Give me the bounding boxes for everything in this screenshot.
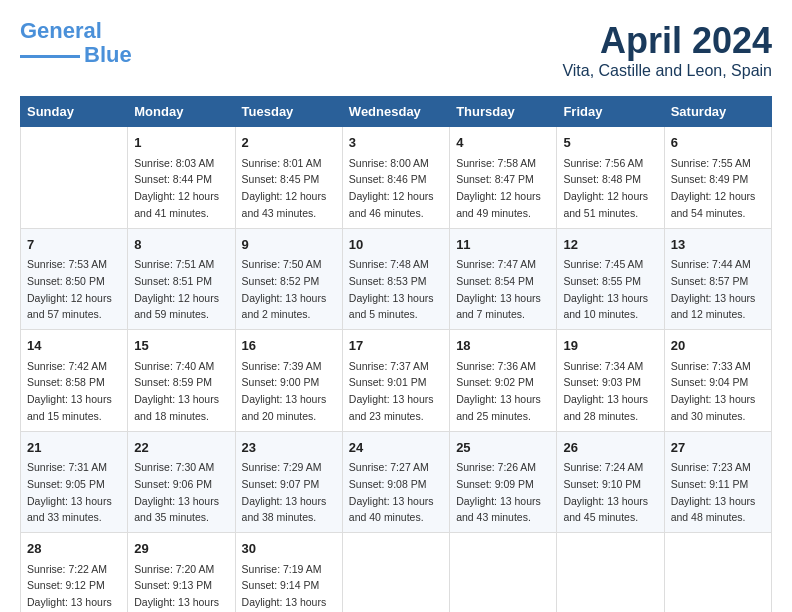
- day-cell: [21, 127, 128, 229]
- day-cell: 2 Sunrise: 8:01 AM Sunset: 8:45 PM Dayli…: [235, 127, 342, 229]
- sunset-text: Sunset: 9:13 PM: [134, 579, 212, 591]
- week-row-5: 28 Sunrise: 7:22 AM Sunset: 9:12 PM Dayl…: [21, 533, 772, 613]
- daylight-text: Daylight: 13 hours and 2 minutes.: [242, 292, 327, 321]
- sunrise-text: Sunrise: 7:42 AM: [27, 360, 107, 372]
- day-cell: [664, 533, 771, 613]
- sunset-text: Sunset: 8:58 PM: [27, 376, 105, 388]
- daylight-text: Daylight: 13 hours and 35 minutes.: [134, 495, 219, 524]
- day-cell: 6 Sunrise: 7:55 AM Sunset: 8:49 PM Dayli…: [664, 127, 771, 229]
- col-header-tuesday: Tuesday: [235, 97, 342, 127]
- day-cell: 11 Sunrise: 7:47 AM Sunset: 8:54 PM Dayl…: [450, 228, 557, 330]
- day-cell: 25 Sunrise: 7:26 AM Sunset: 9:09 PM Dayl…: [450, 431, 557, 533]
- day-cell: 18 Sunrise: 7:36 AM Sunset: 9:02 PM Dayl…: [450, 330, 557, 432]
- sunset-text: Sunset: 8:44 PM: [134, 173, 212, 185]
- sunrise-text: Sunrise: 7:53 AM: [27, 258, 107, 270]
- day-number: 28: [27, 539, 121, 559]
- day-number: 11: [456, 235, 550, 255]
- sunrise-text: Sunrise: 7:22 AM: [27, 563, 107, 575]
- daylight-text: Daylight: 13 hours and 18 minutes.: [134, 393, 219, 422]
- daylight-text: Daylight: 13 hours and 33 minutes.: [27, 495, 112, 524]
- day-cell: [557, 533, 664, 613]
- day-cell: 12 Sunrise: 7:45 AM Sunset: 8:55 PM Dayl…: [557, 228, 664, 330]
- sunrise-text: Sunrise: 7:48 AM: [349, 258, 429, 270]
- day-cell: 27 Sunrise: 7:23 AM Sunset: 9:11 PM Dayl…: [664, 431, 771, 533]
- sunrise-text: Sunrise: 7:26 AM: [456, 461, 536, 473]
- col-header-saturday: Saturday: [664, 97, 771, 127]
- daylight-text: Daylight: 13 hours and 52 minutes.: [134, 596, 219, 612]
- daylight-text: Daylight: 13 hours and 38 minutes.: [242, 495, 327, 524]
- day-cell: 28 Sunrise: 7:22 AM Sunset: 9:12 PM Dayl…: [21, 533, 128, 613]
- day-number: 1: [134, 133, 228, 153]
- day-cell: 19 Sunrise: 7:34 AM Sunset: 9:03 PM Dayl…: [557, 330, 664, 432]
- day-number: 13: [671, 235, 765, 255]
- daylight-text: Daylight: 12 hours and 51 minutes.: [563, 190, 648, 219]
- sunrise-text: Sunrise: 7:40 AM: [134, 360, 214, 372]
- day-cell: 15 Sunrise: 7:40 AM Sunset: 8:59 PM Dayl…: [128, 330, 235, 432]
- sunset-text: Sunset: 9:02 PM: [456, 376, 534, 388]
- logo-general: General: [20, 18, 102, 43]
- day-number: 27: [671, 438, 765, 458]
- day-cell: 3 Sunrise: 8:00 AM Sunset: 8:46 PM Dayli…: [342, 127, 449, 229]
- day-cell: 5 Sunrise: 7:56 AM Sunset: 8:48 PM Dayli…: [557, 127, 664, 229]
- sunset-text: Sunset: 8:54 PM: [456, 275, 534, 287]
- sunset-text: Sunset: 8:47 PM: [456, 173, 534, 185]
- day-cell: 13 Sunrise: 7:44 AM Sunset: 8:57 PM Dayl…: [664, 228, 771, 330]
- daylight-text: Daylight: 13 hours and 12 minutes.: [671, 292, 756, 321]
- sunset-text: Sunset: 8:50 PM: [27, 275, 105, 287]
- daylight-text: Daylight: 13 hours and 15 minutes.: [27, 393, 112, 422]
- sunrise-text: Sunrise: 7:27 AM: [349, 461, 429, 473]
- day-number: 30: [242, 539, 336, 559]
- daylight-text: Daylight: 12 hours and 43 minutes.: [242, 190, 327, 219]
- day-cell: 30 Sunrise: 7:19 AM Sunset: 9:14 PM Dayl…: [235, 533, 342, 613]
- daylight-text: Daylight: 13 hours and 10 minutes.: [563, 292, 648, 321]
- day-cell: [342, 533, 449, 613]
- daylight-text: Daylight: 12 hours and 41 minutes.: [134, 190, 219, 219]
- sunset-text: Sunset: 8:52 PM: [242, 275, 320, 287]
- day-cell: 24 Sunrise: 7:27 AM Sunset: 9:08 PM Dayl…: [342, 431, 449, 533]
- day-number: 24: [349, 438, 443, 458]
- daylight-text: Daylight: 13 hours and 40 minutes.: [349, 495, 434, 524]
- sunrise-text: Sunrise: 7:19 AM: [242, 563, 322, 575]
- day-number: 26: [563, 438, 657, 458]
- day-number: 14: [27, 336, 121, 356]
- daylight-text: Daylight: 13 hours and 23 minutes.: [349, 393, 434, 422]
- daylight-text: Daylight: 13 hours and 43 minutes.: [456, 495, 541, 524]
- day-cell: 22 Sunrise: 7:30 AM Sunset: 9:06 PM Dayl…: [128, 431, 235, 533]
- logo-text: General: [20, 20, 102, 42]
- week-row-1: 1 Sunrise: 8:03 AM Sunset: 8:44 PM Dayli…: [21, 127, 772, 229]
- sunset-text: Sunset: 8:49 PM: [671, 173, 749, 185]
- day-number: 17: [349, 336, 443, 356]
- day-number: 18: [456, 336, 550, 356]
- daylight-text: Daylight: 13 hours and 5 minutes.: [349, 292, 434, 321]
- day-cell: 21 Sunrise: 7:31 AM Sunset: 9:05 PM Dayl…: [21, 431, 128, 533]
- col-header-wednesday: Wednesday: [342, 97, 449, 127]
- sunrise-text: Sunrise: 7:56 AM: [563, 157, 643, 169]
- day-cell: 26 Sunrise: 7:24 AM Sunset: 9:10 PM Dayl…: [557, 431, 664, 533]
- sunset-text: Sunset: 9:07 PM: [242, 478, 320, 490]
- day-cell: 10 Sunrise: 7:48 AM Sunset: 8:53 PM Dayl…: [342, 228, 449, 330]
- day-number: 2: [242, 133, 336, 153]
- day-cell: 23 Sunrise: 7:29 AM Sunset: 9:07 PM Dayl…: [235, 431, 342, 533]
- day-cell: 4 Sunrise: 7:58 AM Sunset: 8:47 PM Dayli…: [450, 127, 557, 229]
- sunrise-text: Sunrise: 7:23 AM: [671, 461, 751, 473]
- day-number: 8: [134, 235, 228, 255]
- day-cell: 17 Sunrise: 7:37 AM Sunset: 9:01 PM Dayl…: [342, 330, 449, 432]
- sunset-text: Sunset: 9:01 PM: [349, 376, 427, 388]
- sunset-text: Sunset: 9:06 PM: [134, 478, 212, 490]
- daylight-text: Daylight: 13 hours and 50 minutes.: [27, 596, 112, 612]
- sunset-text: Sunset: 8:53 PM: [349, 275, 427, 287]
- day-number: 5: [563, 133, 657, 153]
- daylight-text: Daylight: 12 hours and 57 minutes.: [27, 292, 112, 321]
- day-number: 15: [134, 336, 228, 356]
- week-row-4: 21 Sunrise: 7:31 AM Sunset: 9:05 PM Dayl…: [21, 431, 772, 533]
- header: General Blue April 2024 Vita, Castille a…: [20, 20, 772, 80]
- sunset-text: Sunset: 8:46 PM: [349, 173, 427, 185]
- col-header-friday: Friday: [557, 97, 664, 127]
- sunset-text: Sunset: 9:04 PM: [671, 376, 749, 388]
- sunrise-text: Sunrise: 7:51 AM: [134, 258, 214, 270]
- day-cell: 14 Sunrise: 7:42 AM Sunset: 8:58 PM Dayl…: [21, 330, 128, 432]
- sunset-text: Sunset: 9:10 PM: [563, 478, 641, 490]
- sunrise-text: Sunrise: 7:31 AM: [27, 461, 107, 473]
- sunrise-text: Sunrise: 7:29 AM: [242, 461, 322, 473]
- day-number: 25: [456, 438, 550, 458]
